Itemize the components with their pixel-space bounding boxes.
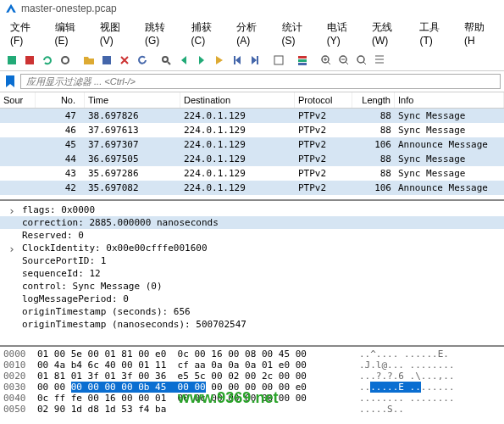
menu-bar: 文件(F) 编辑(E) 视图(V) 跳转(G) 捕获(C) 分析(A) 统计(S… bbox=[0, 17, 504, 50]
hex-row[interactable]: 003000 00 00 00 00 00 0b 45 00 00 00 00 … bbox=[3, 382, 501, 393]
packet-row[interactable]: 4537.697307224.0.1.129PTPv2106Announce M… bbox=[0, 137, 504, 152]
menu-file[interactable]: 文件(F) bbox=[5, 19, 47, 48]
prev-icon[interactable] bbox=[175, 52, 192, 69]
next-icon[interactable] bbox=[193, 52, 210, 69]
menu-telephony[interactable]: 电话(Y) bbox=[322, 19, 364, 48]
hex-row[interactable]: 000001 00 5e 00 01 81 00 e0 0c 00 16 00 … bbox=[3, 349, 501, 360]
col-header-len[interactable]: Length bbox=[352, 92, 395, 108]
display-filter-input[interactable] bbox=[20, 74, 501, 89]
last-icon[interactable] bbox=[246, 52, 263, 69]
menu-analyze[interactable]: 分析(A) bbox=[231, 19, 274, 48]
menu-tools[interactable]: 工具(T) bbox=[414, 19, 457, 48]
packet-row[interactable]: 4738.697826224.0.1.129PTPv288Sync Messag… bbox=[0, 109, 504, 123]
goto-icon[interactable] bbox=[211, 52, 228, 69]
hex-row[interactable]: 002001 81 01 3f 01 3f 00 36 e5 5c 00 02 … bbox=[3, 371, 501, 382]
detail-field[interactable]: originTimestamp (seconds): 656 bbox=[0, 305, 504, 318]
close-icon[interactable] bbox=[116, 52, 133, 69]
packet-row[interactable]: 4637.697613224.0.1.129PTPv288Sync Messag… bbox=[0, 123, 504, 137]
resize-cols-icon[interactable] bbox=[371, 52, 388, 69]
zoom-in-icon[interactable] bbox=[318, 52, 335, 69]
menu-view[interactable]: 视图(V) bbox=[95, 19, 137, 48]
packet-list-header: Sour No. Time Destination Protocol Lengt… bbox=[0, 92, 504, 109]
packet-row[interactable]: 4436.697505224.0.1.129PTPv288Sync Messag… bbox=[0, 152, 504, 166]
detail-field[interactable]: sequenceId: 12 bbox=[0, 267, 504, 280]
svg-rect-2 bbox=[102, 56, 111, 64]
hex-row[interactable]: 005002 90 1d d8 1d 53 f4 ba.....S.. bbox=[3, 404, 501, 415]
svg-point-3 bbox=[163, 57, 168, 62]
open-file-icon[interactable] bbox=[80, 52, 97, 69]
zoom-out-icon[interactable] bbox=[335, 52, 352, 69]
app-icon bbox=[5, 3, 17, 14]
toolbar bbox=[0, 50, 504, 71]
col-header-info[interactable]: Info bbox=[395, 92, 504, 108]
packet-row[interactable]: 4335.697286224.0.1.129PTPv288Sync Messag… bbox=[0, 166, 504, 181]
menu-help[interactable]: 帮助(H bbox=[459, 19, 499, 48]
svg-rect-6 bbox=[298, 59, 307, 62]
start-capture-icon[interactable] bbox=[3, 52, 20, 69]
col-header-dest[interactable]: Destination bbox=[180, 92, 295, 108]
window-title: master-onestep.pcap bbox=[21, 3, 117, 14]
save-icon[interactable] bbox=[98, 52, 115, 69]
detail-field[interactable]: Reserved: 0 bbox=[0, 229, 504, 242]
first-icon[interactable] bbox=[229, 52, 246, 69]
stop-capture-icon[interactable] bbox=[21, 52, 38, 69]
detail-field[interactable]: flags: 0x0000 bbox=[0, 204, 504, 216]
find-icon[interactable] bbox=[158, 52, 174, 69]
packet-list-pane: Sour No. Time Destination Protocol Lengt… bbox=[0, 92, 504, 201]
hex-pane: 000001 00 5e 00 01 81 00 e0 0c 00 16 00 … bbox=[0, 347, 504, 424]
col-header-proto[interactable]: Protocol bbox=[295, 92, 352, 108]
detail-field[interactable]: logMessagePeriod: 0 bbox=[0, 293, 504, 305]
col-header-time[interactable]: Time bbox=[85, 92, 180, 108]
reload-icon[interactable] bbox=[134, 52, 151, 69]
hex-row[interactable]: 001000 4a b4 6c 40 00 01 11 cf aa 0a 0a … bbox=[3, 360, 501, 371]
zoom-reset-icon[interactable] bbox=[353, 52, 370, 69]
restart-capture-icon[interactable] bbox=[39, 52, 56, 69]
svg-rect-0 bbox=[25, 56, 34, 64]
menu-go[interactable]: 跳转(G) bbox=[140, 19, 183, 48]
menu-capture[interactable]: 捕获(C) bbox=[186, 19, 230, 48]
menu-edit[interactable]: 编辑(E) bbox=[50, 19, 92, 48]
svg-point-10 bbox=[357, 56, 364, 63]
packet-details-pane: flags: 0x0000correction: 2885.000000 nan… bbox=[0, 201, 504, 347]
svg-rect-5 bbox=[298, 56, 307, 59]
menu-statistics[interactable]: 统计(S) bbox=[277, 19, 319, 48]
svg-point-1 bbox=[62, 57, 69, 64]
colorize-icon[interactable] bbox=[294, 52, 311, 69]
svg-rect-4 bbox=[274, 56, 283, 64]
bookmark-icon[interactable] bbox=[3, 75, 17, 88]
packet-row[interactable]: 4235.697082224.0.1.129PTPv2106Announce M… bbox=[0, 181, 504, 195]
options-icon[interactable] bbox=[57, 52, 74, 69]
col-header-no[interactable]: No. bbox=[36, 92, 85, 108]
autoscroll-icon[interactable] bbox=[270, 52, 287, 69]
detail-field[interactable]: originTimestamp (nanoseconds): 500702547 bbox=[0, 318, 504, 331]
detail-field[interactable]: ClockIdentity: 0x00e00cfffe001600 bbox=[0, 242, 504, 254]
col-header-source[interactable]: Sour bbox=[0, 92, 36, 108]
detail-field[interactable]: SourcePortID: 1 bbox=[0, 254, 504, 267]
title-bar: master-onestep.pcap bbox=[0, 0, 504, 17]
svg-rect-7 bbox=[298, 63, 307, 65]
filter-bar bbox=[0, 71, 504, 92]
hex-row[interactable]: 00400c ff fe 00 16 00 00 01 00 0c 00 00 … bbox=[3, 393, 501, 404]
detail-field[interactable]: control: Sync Message (0) bbox=[0, 280, 504, 293]
menu-wireless[interactable]: 无线(W) bbox=[367, 19, 412, 48]
detail-field[interactable]: correction: 2885.000000 nanoseconds bbox=[0, 216, 504, 229]
